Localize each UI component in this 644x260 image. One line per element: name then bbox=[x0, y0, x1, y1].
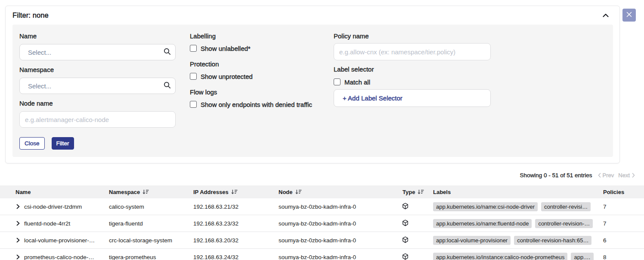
collapse-panel-button[interactable] bbox=[602, 11, 610, 19]
search-icon bbox=[164, 48, 171, 57]
column-header-label: Node bbox=[279, 189, 293, 195]
labelling-heading: Labelling bbox=[190, 31, 319, 41]
column-header-node[interactable]: Node bbox=[275, 189, 399, 195]
table-row[interactable]: csi-node-driver-tzdmm calico-system 192.… bbox=[0, 198, 644, 215]
match-all-label: Match all bbox=[344, 78, 370, 86]
column-header-ip-addresses[interactable]: IP Addresses bbox=[190, 189, 275, 195]
show-unprotected-label: Show unprotected bbox=[201, 73, 253, 80]
cell-name: csi-node-driver-tzdmm bbox=[0, 204, 105, 210]
sort-icon[interactable] bbox=[231, 189, 238, 194]
table-row[interactable]: fluentd-node-4rr2t tigera-fluentd 192.16… bbox=[0, 215, 644, 232]
table-row[interactable]: local-volume-provisioner-… crc-local-sto… bbox=[0, 232, 644, 249]
entries-summary: Showing 0 - 51 of 51 entries bbox=[520, 172, 592, 179]
expand-row-button[interactable] bbox=[16, 204, 20, 209]
label-chip: controller-revision-… bbox=[535, 219, 593, 228]
namespace-field-label: Namespace bbox=[19, 65, 176, 75]
denied-traffic-label: Show only endpoints with denied traffic bbox=[201, 101, 312, 108]
match-all-checkbox-row[interactable]: Match all bbox=[334, 77, 491, 87]
cell-node: soumya-bz-0zbo-kadm-infra-0 bbox=[275, 254, 399, 260]
prev-page-button[interactable]: Prev bbox=[603, 172, 614, 179]
chevron-up-icon bbox=[603, 12, 609, 19]
namespace-select[interactable]: Select... bbox=[19, 78, 176, 94]
column-header-type[interactable]: Type bbox=[399, 189, 430, 195]
sort-icon[interactable] bbox=[142, 189, 149, 194]
protection-heading: Protection bbox=[190, 60, 319, 69]
node-name-field-label: Node name bbox=[19, 99, 176, 108]
label-chip: app:local-volume-provisioner bbox=[433, 236, 511, 245]
expand-row-button[interactable] bbox=[16, 254, 20, 260]
show-unprotected-checkbox[interactable] bbox=[190, 73, 197, 80]
show-unlabelled-checkbox-row[interactable]: Show unlabelled* bbox=[190, 44, 319, 53]
cell-node: soumya-bz-0zbo-kadm-infra-0 bbox=[275, 220, 399, 227]
next-page-button[interactable]: Next bbox=[618, 172, 630, 179]
search-icon bbox=[164, 81, 171, 91]
pod-icon bbox=[402, 253, 409, 260]
show-unlabelled-checkbox[interactable] bbox=[190, 45, 197, 52]
table-header-row: Name Namespace IP Addresses Node Type bbox=[0, 185, 644, 198]
show-unprotected-checkbox-row[interactable]: Show unprotected bbox=[190, 72, 319, 81]
flow-logs-group: Flow logs Show only endpoints with denie… bbox=[190, 88, 319, 109]
policy-name-field-label: Policy name bbox=[334, 31, 491, 41]
endpoint-name: csi-node-driver-tzdmm bbox=[24, 204, 82, 210]
close-button[interactable]: Close bbox=[19, 137, 45, 150]
column-header-name[interactable]: Name bbox=[0, 189, 105, 195]
filter-form: Name Select... Namespace Select... Node … bbox=[12, 25, 613, 157]
cell-ip-addresses: 192.168.63.23/32 bbox=[190, 220, 275, 227]
filter-panel: Filter: none Name Select... Namespace Se… bbox=[5, 6, 620, 163]
column-header-label: Type bbox=[402, 189, 415, 195]
cell-policies: 7 bbox=[600, 220, 644, 227]
table-row[interactable]: prometheus-calico-node-… tigera-promethe… bbox=[0, 249, 644, 260]
cell-labels: app.kubernetes.io/name:fluentd-node cont… bbox=[430, 219, 600, 228]
cell-name: fluentd-node-4rr2t bbox=[0, 220, 105, 227]
close-panel-button[interactable] bbox=[622, 9, 636, 22]
name-select[interactable]: Select... bbox=[19, 44, 176, 60]
cell-policies: 7 bbox=[600, 204, 644, 210]
cell-type bbox=[399, 253, 430, 260]
close-icon bbox=[626, 12, 632, 19]
cell-type bbox=[399, 236, 430, 244]
policy-name-input[interactable] bbox=[334, 43, 491, 60]
namespace-select-placeholder: Select... bbox=[28, 82, 51, 90]
label-chip: controller-revisi… bbox=[541, 202, 591, 211]
cell-labels: app.kubernetes.io/instance:calico-node-p… bbox=[430, 253, 600, 260]
label-chip: app.kubernetes.io/name:fluentd-node bbox=[433, 219, 532, 228]
cell-ip-addresses: 192.168.63.24/32 bbox=[190, 254, 275, 260]
filter-button[interactable]: Filter bbox=[52, 137, 74, 150]
filter-panel-title: Filter: none bbox=[12, 11, 49, 19]
node-name-input[interactable] bbox=[19, 111, 176, 128]
label-chip: app.… bbox=[571, 253, 593, 260]
cell-namespace: crc-local-storage-system bbox=[105, 237, 190, 244]
pagination: Prev Next bbox=[598, 172, 635, 179]
cell-node: soumya-bz-0zbo-kadm-infra-0 bbox=[275, 204, 399, 210]
label-chip: app.kubernetes.io/name:csi-node-driver bbox=[433, 202, 538, 211]
column-header-label: Namespace bbox=[109, 189, 140, 195]
pod-icon bbox=[402, 203, 409, 211]
endpoint-name: prometheus-calico-node-… bbox=[24, 254, 94, 260]
labelling-group: Labelling Show unlabelled* bbox=[190, 31, 319, 53]
column-header-label: Policies bbox=[603, 189, 624, 195]
pod-icon bbox=[402, 219, 409, 228]
label-selector-heading: Label selector bbox=[334, 65, 491, 74]
cell-labels: app.kubernetes.io/name:csi-node-driver c… bbox=[430, 202, 600, 211]
endpoints-table: Name Namespace IP Addresses Node Type bbox=[0, 185, 644, 260]
match-all-checkbox[interactable] bbox=[334, 78, 341, 85]
cell-name: local-volume-provisioner-… bbox=[0, 237, 105, 244]
denied-traffic-checkbox-row[interactable]: Show only endpoints with denied traffic bbox=[190, 100, 319, 109]
sort-icon[interactable] bbox=[418, 189, 424, 194]
filter-actions: Close Filter bbox=[19, 137, 176, 150]
endpoint-name: local-volume-provisioner-… bbox=[24, 237, 95, 244]
column-header-namespace[interactable]: Namespace bbox=[105, 189, 190, 195]
label-chip: app.kubernetes.io/instance:calico-node-p… bbox=[433, 253, 567, 260]
sort-icon[interactable] bbox=[295, 189, 302, 194]
label-chip: controller-revision-hash:65… bbox=[514, 236, 591, 245]
add-label-selector-button[interactable]: + Add Label Selector bbox=[334, 89, 491, 107]
expand-row-button[interactable] bbox=[16, 221, 20, 226]
expand-row-button[interactable] bbox=[16, 238, 20, 243]
cell-policies: 6 bbox=[600, 237, 644, 244]
pod-icon bbox=[402, 236, 409, 244]
cell-ip-addresses: 192.168.63.21/32 bbox=[190, 204, 275, 210]
cell-policies: 8 bbox=[600, 254, 644, 260]
protection-group: Protection Show unprotected bbox=[190, 60, 319, 81]
denied-traffic-checkbox[interactable] bbox=[190, 101, 197, 108]
show-unlabelled-label: Show unlabelled* bbox=[201, 45, 251, 52]
